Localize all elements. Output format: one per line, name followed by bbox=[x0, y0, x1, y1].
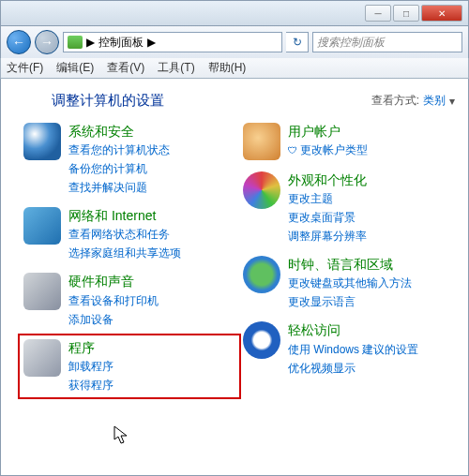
menu-edit[interactable]: 编辑(E) bbox=[56, 60, 94, 76]
view-by-value[interactable]: 类别 bbox=[423, 93, 446, 109]
category-link[interactable]: 备份您的计算机 bbox=[68, 160, 170, 177]
category-programs: 程序卸载程序获得程序 bbox=[18, 334, 241, 399]
category-link[interactable]: 使用 Windows 建议的设置 bbox=[288, 341, 418, 358]
maximize-button[interactable]: □ bbox=[393, 5, 419, 22]
category-title-appearance-personalization[interactable]: 外观和个性化 bbox=[288, 171, 367, 188]
chevron-down-icon[interactable]: ▾ bbox=[449, 95, 455, 108]
category-title-ease-of-access[interactable]: 轻松访问 bbox=[288, 321, 418, 338]
category-title-system-security[interactable]: 系统和安全 bbox=[68, 123, 170, 140]
category-link[interactable]: 更改桌面背景 bbox=[288, 209, 367, 226]
category-link[interactable]: 选择家庭组和共享选项 bbox=[68, 245, 181, 261]
view-by-label: 查看方式: bbox=[371, 93, 419, 109]
category-clock-language-region: 时钟、语言和区域更改键盘或其他输入方法更改显示语言 bbox=[243, 256, 455, 310]
programs-icon bbox=[23, 339, 61, 377]
category-title-clock-language-region[interactable]: 时钟、语言和区域 bbox=[288, 256, 412, 273]
category-ease-of-access: 轻松访问使用 Windows 建议的设置优化视频显示 bbox=[243, 321, 455, 376]
user-accounts-icon bbox=[243, 123, 280, 160]
clock-language-region-icon bbox=[243, 256, 280, 293]
menu-view[interactable]: 查看(V) bbox=[107, 60, 144, 76]
refresh-button[interactable]: ↻ bbox=[286, 32, 309, 52]
breadcrumb[interactable]: 控制面板 bbox=[98, 35, 144, 51]
menu-help[interactable]: 帮助(H) bbox=[208, 60, 247, 76]
category-system-security: 系统和安全查看您的计算机状态备份您的计算机查找并解决问题 bbox=[23, 123, 235, 196]
category-network-internet: 网络和 Internet查看网络状态和任务选择家庭组和共享选项 bbox=[23, 207, 235, 261]
ease-of-access-icon bbox=[243, 321, 280, 359]
category-title-programs[interactable]: 程序 bbox=[68, 339, 113, 356]
shield-icon: 🛡 bbox=[288, 145, 300, 156]
category-link[interactable]: 更改显示语言 bbox=[288, 293, 412, 310]
search-input[interactable]: 搜索控制面板 bbox=[312, 32, 462, 52]
network-internet-icon bbox=[23, 207, 61, 245]
breadcrumb-sep: ▶ bbox=[86, 36, 95, 49]
control-panel-icon bbox=[68, 36, 83, 49]
category-link[interactable]: 🛡 更改帐户类型 bbox=[288, 141, 368, 158]
category-link[interactable]: 优化视频显示 bbox=[288, 360, 418, 377]
category-hardware-sound: 硬件和声音查看设备和打印机添加设备 bbox=[23, 273, 235, 327]
category-appearance-personalization: 外观和个性化更改主题更改桌面背景调整屏幕分辨率 bbox=[243, 171, 455, 245]
menu-tools[interactable]: 工具(T) bbox=[158, 60, 194, 76]
system-security-icon bbox=[23, 123, 61, 160]
breadcrumb-sep: ▶ bbox=[147, 36, 156, 49]
category-link[interactable]: 更改主题 bbox=[288, 190, 367, 207]
category-link[interactable]: 更改键盘或其他输入方法 bbox=[288, 275, 412, 291]
menu-file[interactable]: 文件(F) bbox=[7, 60, 43, 76]
close-button[interactable]: ✕ bbox=[421, 5, 462, 22]
category-link[interactable]: 查看网络状态和任务 bbox=[68, 226, 181, 243]
category-user-accounts: 用户帐户🛡 更改帐户类型 bbox=[243, 123, 455, 160]
category-link[interactable]: 查看设备和打印机 bbox=[68, 292, 159, 309]
hardware-sound-icon bbox=[23, 273, 61, 310]
category-link[interactable]: 添加设备 bbox=[68, 311, 159, 328]
category-title-network-internet[interactable]: 网络和 Internet bbox=[68, 207, 181, 224]
category-link[interactable]: 卸载程序 bbox=[68, 358, 113, 375]
minimize-button[interactable]: ─ bbox=[365, 5, 391, 22]
page-title: 调整计算机的设置 bbox=[52, 92, 164, 110]
mouse-cursor bbox=[113, 425, 130, 446]
appearance-personalization-icon bbox=[243, 171, 280, 209]
category-link[interactable]: 调整屏幕分辨率 bbox=[288, 228, 367, 245]
category-title-user-accounts[interactable]: 用户帐户 bbox=[288, 123, 368, 140]
forward-button[interactable]: → bbox=[35, 30, 59, 54]
back-button[interactable]: ← bbox=[7, 30, 31, 54]
search-placeholder: 搜索控制面板 bbox=[317, 35, 385, 51]
address-bar[interactable]: ▶ 控制面板 ▶ bbox=[63, 32, 282, 52]
category-link[interactable]: 获得程序 bbox=[68, 377, 113, 394]
category-title-hardware-sound[interactable]: 硬件和声音 bbox=[68, 273, 159, 290]
category-link[interactable]: 查找并解决问题 bbox=[68, 179, 170, 196]
category-link[interactable]: 查看您的计算机状态 bbox=[68, 141, 170, 158]
